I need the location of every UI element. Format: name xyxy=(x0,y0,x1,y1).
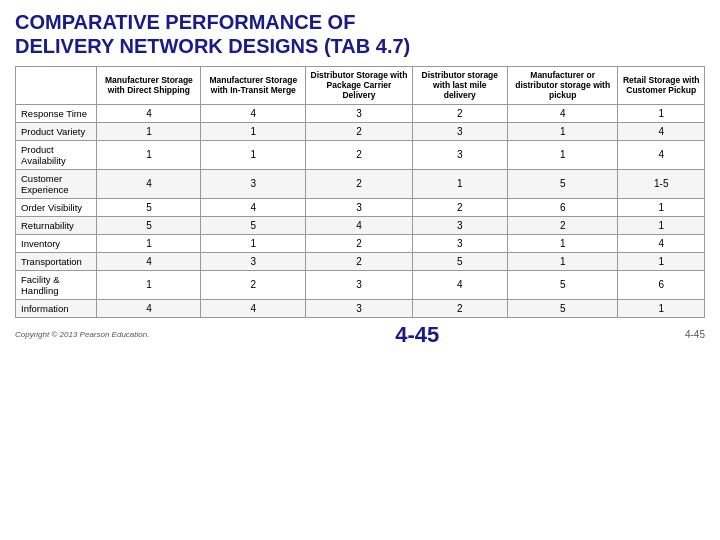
cell-value: 4 xyxy=(97,252,201,270)
row-label: Information xyxy=(16,299,97,317)
cell-value: 1 xyxy=(507,140,618,169)
cell-value: 2 xyxy=(306,234,412,252)
col-header-4: Distributor storage with last mile deliv… xyxy=(412,67,507,105)
cell-value: 3 xyxy=(201,252,306,270)
cell-value: 2 xyxy=(412,299,507,317)
page-number-main: 4-45 xyxy=(395,322,439,348)
cell-value: 2 xyxy=(306,140,412,169)
cell-value: 5 xyxy=(412,252,507,270)
row-label: Customer Experience xyxy=(16,169,97,198)
cell-value: 5 xyxy=(201,216,306,234)
table-row: Product Variety112314 xyxy=(16,122,705,140)
row-label: Order Visibility xyxy=(16,198,97,216)
cell-value: 1 xyxy=(97,140,201,169)
cell-value: 6 xyxy=(618,270,705,299)
copyright-text: Copyright © 2013 Pearson Education. xyxy=(15,330,149,339)
cell-value: 3 xyxy=(306,270,412,299)
cell-value: 1 xyxy=(201,122,306,140)
table-row: Customer Experience432151-5 xyxy=(16,169,705,198)
table-row: Transportation432511 xyxy=(16,252,705,270)
cell-value: 5 xyxy=(507,299,618,317)
cell-value: 3 xyxy=(412,234,507,252)
cell-value: 4 xyxy=(618,234,705,252)
cell-value: 6 xyxy=(507,198,618,216)
comparison-table: Manufacturer Storage with Direct Shippin… xyxy=(15,66,705,318)
cell-value: 1 xyxy=(97,270,201,299)
row-label: Facility & Handling xyxy=(16,270,97,299)
cell-value: 1 xyxy=(618,216,705,234)
table-row: Product Availability112314 xyxy=(16,140,705,169)
page-title: COMPARATIVE PERFORMANCE OF DELIVERY NETW… xyxy=(15,10,705,58)
cell-value: 1 xyxy=(618,104,705,122)
cell-value: 5 xyxy=(97,216,201,234)
cell-value: 5 xyxy=(507,169,618,198)
cell-value: 4 xyxy=(412,270,507,299)
page-number-sub: 4-45 xyxy=(685,329,705,340)
footer: Copyright © 2013 Pearson Education. 4-45… xyxy=(15,322,705,348)
cell-value: 4 xyxy=(618,122,705,140)
cell-value: 1 xyxy=(412,169,507,198)
cell-value: 1 xyxy=(507,234,618,252)
row-label: Returnability xyxy=(16,216,97,234)
cell-value: 4 xyxy=(618,140,705,169)
cell-value: 3 xyxy=(412,216,507,234)
col-header-6: Retail Storage with Customer Pickup xyxy=(618,67,705,105)
cell-value: 4 xyxy=(97,104,201,122)
table-row: Information443251 xyxy=(16,299,705,317)
row-label: Transportation xyxy=(16,252,97,270)
cell-value: 1 xyxy=(97,122,201,140)
col-header-2: Manufacturer Storage with In-Transit Mer… xyxy=(201,67,306,105)
row-label: Response Time xyxy=(16,104,97,122)
cell-value: 5 xyxy=(97,198,201,216)
cell-value: 3 xyxy=(201,169,306,198)
cell-value: 4 xyxy=(97,299,201,317)
cell-value: 4 xyxy=(201,299,306,317)
cell-value: 3 xyxy=(306,299,412,317)
cell-value: 4 xyxy=(201,198,306,216)
table-row: Response Time443241 xyxy=(16,104,705,122)
cell-value: 3 xyxy=(412,140,507,169)
table-row: Inventory112314 xyxy=(16,234,705,252)
row-label: Product Variety xyxy=(16,122,97,140)
table-row: Returnability554321 xyxy=(16,216,705,234)
cell-value: 3 xyxy=(306,104,412,122)
cell-value: 2 xyxy=(507,216,618,234)
col-header-3: Distributor Storage with Package Carrier… xyxy=(306,67,412,105)
cell-value: 1 xyxy=(97,234,201,252)
cell-value: 1 xyxy=(201,234,306,252)
table-row: Facility & Handling123456 xyxy=(16,270,705,299)
cell-value: 1 xyxy=(618,299,705,317)
cell-value: 1-5 xyxy=(618,169,705,198)
col-header-5: Manufacturer or distributor storage with… xyxy=(507,67,618,105)
cell-value: 3 xyxy=(306,198,412,216)
cell-value: 2 xyxy=(412,198,507,216)
table-row: Order Visibility543261 xyxy=(16,198,705,216)
cell-value: 4 xyxy=(507,104,618,122)
cell-value: 2 xyxy=(201,270,306,299)
cell-value: 4 xyxy=(97,169,201,198)
cell-value: 1 xyxy=(201,140,306,169)
cell-value: 1 xyxy=(507,252,618,270)
col-header-1: Manufacturer Storage with Direct Shippin… xyxy=(97,67,201,105)
cell-value: 5 xyxy=(507,270,618,299)
row-label: Product Availability xyxy=(16,140,97,169)
cell-value: 2 xyxy=(306,169,412,198)
cell-value: 4 xyxy=(201,104,306,122)
cell-value: 2 xyxy=(412,104,507,122)
cell-value: 2 xyxy=(306,252,412,270)
col-header-label xyxy=(16,67,97,105)
cell-value: 1 xyxy=(507,122,618,140)
cell-value: 4 xyxy=(306,216,412,234)
row-label: Inventory xyxy=(16,234,97,252)
cell-value: 2 xyxy=(306,122,412,140)
cell-value: 1 xyxy=(618,252,705,270)
cell-value: 1 xyxy=(618,198,705,216)
cell-value: 3 xyxy=(412,122,507,140)
